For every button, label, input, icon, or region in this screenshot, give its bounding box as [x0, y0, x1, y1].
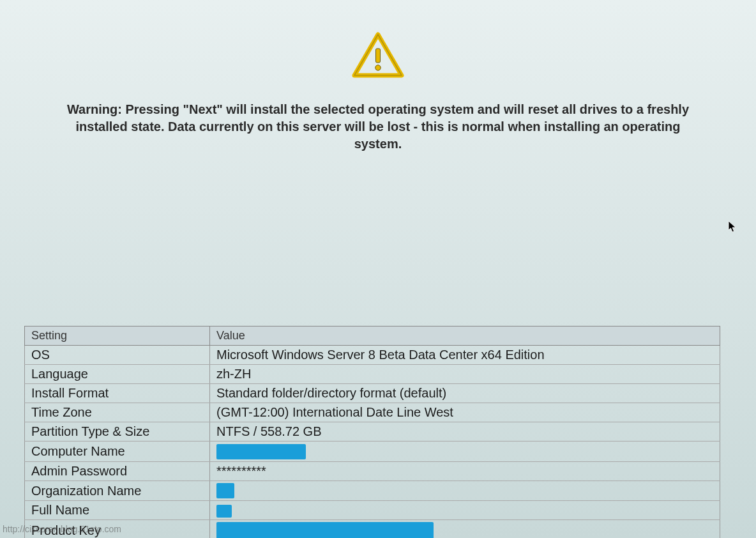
- redaction-bar: [216, 522, 434, 538]
- table-row: Admin Password **********: [25, 461, 720, 480]
- setting-value: NTFS / 558.72 GB: [210, 422, 720, 442]
- setting-value-redacted: [210, 442, 720, 462]
- setting-label: Language: [25, 365, 210, 384]
- header-setting: Setting: [25, 327, 210, 346]
- warning-icon: [351, 31, 405, 83]
- table-row: Full Name: [25, 501, 720, 520]
- setting-label: Partition Type & Size: [25, 422, 210, 442]
- watermark-text: http://ciscoren.blog.51cto.com: [3, 524, 121, 534]
- setting-value: Standard folder/directory format (defaul…: [210, 384, 720, 403]
- table-header-row: Setting Value: [25, 327, 720, 346]
- setting-value: Microsoft Windows Server 8 Beta Data Cen…: [210, 346, 720, 365]
- svg-point-1: [375, 65, 381, 70]
- setting-value-redacted: [210, 480, 720, 501]
- setting-label: Computer Name: [25, 442, 210, 462]
- table-row: Language zh-ZH: [25, 365, 720, 384]
- setting-label: Organization Name: [25, 480, 210, 501]
- setting-value-redacted: [210, 501, 720, 520]
- setting-value: **********: [210, 461, 720, 480]
- redaction-bar: [216, 444, 306, 459]
- settings-table-container: Setting Value OS Microsoft Windows Serve…: [24, 326, 720, 538]
- setting-label: Time Zone: [25, 403, 210, 422]
- header-value: Value: [210, 327, 720, 346]
- redaction-bar: [216, 483, 234, 498]
- warning-icon-container: [0, 31, 756, 83]
- warning-message: Warning: Pressing "Next" will install th…: [0, 101, 756, 153]
- svg-rect-0: [376, 49, 381, 63]
- setting-label: Full Name: [25, 501, 210, 520]
- table-row: Organization Name: [25, 480, 720, 501]
- table-row: Partition Type & Size NTFS / 558.72 GB: [25, 422, 720, 442]
- setting-value: (GMT-12:00) International Date Line West: [210, 403, 720, 422]
- setting-label: Install Format: [25, 384, 210, 403]
- setting-value-redacted: [210, 520, 720, 538]
- setting-label: Admin Password: [25, 461, 210, 480]
- setting-label: OS: [25, 346, 210, 365]
- table-row: Install Format Standard folder/directory…: [25, 384, 720, 403]
- setting-value: zh-ZH: [210, 365, 720, 384]
- redaction-bar: [216, 505, 232, 518]
- mouse-cursor-icon: [728, 220, 737, 236]
- table-row: OS Microsoft Windows Server 8 Beta Data …: [25, 346, 720, 365]
- table-row: Product Key: [25, 520, 720, 538]
- settings-table-body: OS Microsoft Windows Server 8 Beta Data …: [25, 346, 720, 539]
- table-row: Time Zone (GMT-12:00) International Date…: [25, 403, 720, 422]
- table-row: Computer Name: [25, 442, 720, 462]
- settings-table: Setting Value OS Microsoft Windows Serve…: [24, 326, 720, 538]
